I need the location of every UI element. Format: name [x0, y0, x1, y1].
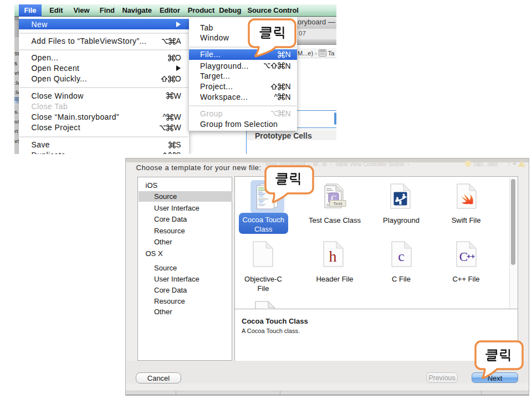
svg-text:c: c — [398, 248, 405, 264]
svg-text:Test: Test — [334, 201, 342, 206]
svg-text:++: ++ — [467, 252, 475, 260]
svg-text:h: h — [329, 248, 337, 265]
